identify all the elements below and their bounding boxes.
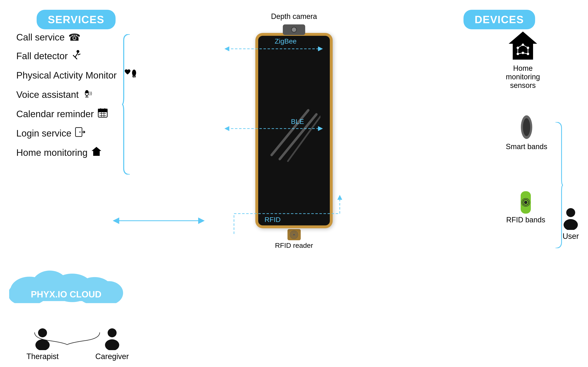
voice-icon: )) [83,88,95,101]
home-icon [91,146,102,159]
smart-band-icon [519,114,534,140]
smart-bands-label: Smart bands [506,142,547,151]
svg-point-0 [76,50,79,53]
svg-rect-12 [98,109,107,112]
rfid-bands-container: RFID bands [506,191,545,224]
voice-assistant-label: Voice assistant [16,89,79,100]
services-badge: SERVICES [37,10,116,29]
login-icon [75,127,86,140]
list-item: Call service ☎ [16,32,139,43]
svg-marker-23 [91,147,101,156]
fall-icon [71,50,82,62]
rfid-label: RFID [265,216,281,224]
list-item: Home monitoring [16,146,139,159]
svg-line-2 [73,55,75,57]
list-item: Voice assistant )) [16,88,139,101]
rfid-bands-label: RFID bands [506,216,545,224]
svg-line-1 [75,53,78,57]
svg-point-40 [38,328,47,337]
svg-text:)): )) [89,91,92,95]
svg-point-41 [35,339,50,350]
svg-point-6 [85,90,89,93]
caregiver-icon [103,328,121,350]
depth-camera-slot [283,25,305,35]
zigbee-arrow [223,45,324,53]
svg-line-3 [75,57,77,59]
therapist-label: Therapist [26,352,58,361]
home-sensors-label: Home monitoring sensors [497,64,549,90]
svg-text:PHYX.IO CLOUD: PHYX.IO CLOUD [31,289,101,299]
home-sensors-icon [507,30,539,62]
caregiver-label: Caregiver [95,352,129,361]
services-list: Call service ☎ Fall detector Physical Ac… [16,32,139,159]
depth-camera-label: Depth camera [255,12,333,21]
list-item: Fall detector [16,50,139,62]
calendar-reminder-label: Calendar reminder [16,108,94,119]
user-container: User [562,208,580,241]
cloud-container: PHYX.IO CLOUD [9,262,123,304]
list-item: Calendar reminder [16,108,139,120]
services-brace [122,34,133,175]
cloud-shape: PHYX.IO CLOUD [9,262,123,303]
rfid-band-icon [517,191,535,214]
phone-icon: ☎ [68,32,81,43]
cloud-phone-arrow [112,217,206,225]
svg-point-42 [108,328,116,337]
svg-line-4 [78,54,80,55]
home-monitoring-label: Home monitoring [16,147,88,158]
svg-point-59 [523,118,530,136]
svg-marker-21 [84,130,85,134]
list-item: Login service [16,127,139,140]
therapist-icon [33,328,52,350]
smart-bands-container: Smart bands [506,114,547,151]
physical-activity-label: Physical Activity Monitor [16,70,116,81]
rfid-arrow [218,124,360,238]
zigbee-label: ZigBee [275,37,297,45]
list-item: Physical Activity Monitor [16,69,139,82]
camera-lens [291,27,297,33]
caregiver-person: Caregiver [95,328,129,361]
persons-container: Therapist Caregiver [26,328,129,361]
svg-point-43 [105,339,119,350]
svg-point-65 [566,208,575,217]
fall-detector-label: Fall detector [16,50,68,61]
login-service-label: Login service [16,128,71,139]
rfid-reader-label: RFID reader [275,242,313,250]
user-label: User [563,232,579,241]
svg-rect-19 [75,128,82,136]
call-service-label: Call service [16,32,65,43]
svg-point-62 [524,201,527,204]
user-icon [562,208,580,230]
svg-point-66 [563,219,578,230]
devices-badge: DEVICES [464,10,535,29]
calendar-icon [98,108,108,120]
home-sensors-container: Home monitoring sensors [497,30,549,90]
therapist-person: Therapist [26,328,58,361]
